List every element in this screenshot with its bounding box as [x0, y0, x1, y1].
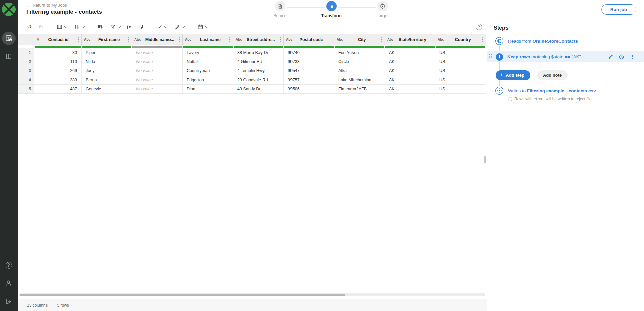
table-cell[interactable]: US: [435, 75, 486, 85]
run-job-button[interactable]: Run job: [601, 4, 636, 15]
table-cell[interactable]: Joey: [82, 66, 132, 75]
column-header-postal-code[interactable]: AbcPostal code: [284, 34, 334, 45]
table-cell[interactable]: Edgerton: [183, 75, 233, 85]
align-rows-button[interactable]: [95, 22, 105, 32]
column-menu-icon[interactable]: [178, 37, 181, 42]
table-cell[interactable]: US: [435, 48, 486, 57]
table-cell[interactable]: 38 Morro Bay Dr: [233, 48, 284, 57]
add-step-button[interactable]: + Add step: [496, 70, 530, 80]
disable-step-button[interactable]: [619, 54, 624, 60]
table-cell[interactable]: 487: [34, 85, 82, 94]
column-header-last-name[interactable]: AbcLast name: [183, 34, 233, 45]
table-cell[interactable]: No value: [132, 85, 183, 94]
table-cell[interactable]: 269: [34, 66, 82, 75]
table-cell[interactable]: Circle: [334, 57, 385, 66]
table-cell[interactable]: Nuttall: [183, 57, 233, 66]
tools-button[interactable]: [172, 22, 187, 32]
horizontal-scrollbar-thumb[interactable]: [20, 294, 345, 296]
row-number[interactable]: 5: [18, 85, 34, 94]
stepper-source[interactable]: Source: [265, 1, 295, 18]
sidebar-item-account[interactable]: [3, 278, 14, 289]
table-cell[interactable]: AK: [385, 57, 435, 66]
quality-bar-gray[interactable]: [132, 46, 182, 48]
column-menu-icon[interactable]: [77, 37, 80, 42]
quality-bar-green[interactable]: [284, 46, 334, 48]
row-number[interactable]: 2: [18, 57, 34, 66]
transform-step-row[interactable]: 1 Keep rows matching $state == "AK": [487, 51, 644, 62]
table-cell[interactable]: Nilda: [82, 57, 132, 66]
read-step-row[interactable]: Reads from OnlineStoreContacts: [487, 36, 644, 46]
horizontal-scrollbar[interactable]: [19, 293, 485, 296]
table-cell[interactable]: No value: [132, 48, 183, 57]
sidebar-item-dataset-grid[interactable]: [2, 32, 16, 45]
sidebar-item-help[interactable]: ?: [3, 260, 14, 271]
formula-button[interactable]: fx: [125, 22, 134, 32]
quality-bar-green[interactable]: [335, 46, 384, 48]
column-header-middle-name-[interactable]: AbcMiddle name...: [132, 34, 183, 45]
table-cell[interactable]: Lake Minchumina: [334, 75, 385, 85]
table-cell[interactable]: 383: [34, 75, 82, 85]
grid-help-icon[interactable]: ?: [476, 24, 482, 30]
column-menu-icon[interactable]: [330, 37, 333, 42]
table-cell[interactable]: 99740: [284, 48, 334, 57]
stepper-transform[interactable]: Transform: [316, 1, 346, 18]
quality-bar-green[interactable]: [385, 46, 435, 48]
column-menu-icon[interactable]: [228, 37, 232, 42]
table-cell[interactable]: 23 Goodvale Rd: [233, 75, 284, 85]
column-menu-icon[interactable]: [481, 37, 484, 42]
table-cell[interactable]: Genevie: [82, 85, 132, 94]
undo-icon[interactable]: ↺: [25, 22, 34, 32]
column-menu-icon[interactable]: [279, 37, 282, 42]
write-step-file-name[interactable]: Filtering example - contacts.csv: [527, 88, 596, 93]
edit-step-button[interactable]: [608, 54, 614, 60]
app-logo-icon[interactable]: [2, 3, 16, 16]
validate-button[interactable]: [154, 22, 170, 32]
schedule-button[interactable]: [195, 22, 210, 32]
table-cell[interactable]: 49 Sandy Dr: [233, 85, 284, 94]
read-step-dataset-name[interactable]: OnlineStoreContacts: [533, 39, 578, 44]
table-cell[interactable]: 99733: [284, 57, 334, 66]
table-cell[interactable]: Elmendorf AFB: [334, 85, 385, 94]
table-cell[interactable]: No value: [132, 66, 183, 75]
column-menu-icon[interactable]: [127, 37, 130, 42]
table-cell[interactable]: 99506: [284, 85, 334, 94]
column-header-first-name[interactable]: AbcFirst name: [82, 34, 132, 45]
write-step-row[interactable]: Writes to Filtering example - contacts.c…: [487, 86, 644, 95]
row-number[interactable]: 4: [18, 75, 34, 85]
column-header-state-territory[interactable]: AbcState/territory: [385, 34, 435, 45]
sidebar-item-library[interactable]: [2, 50, 16, 63]
table-cell[interactable]: Atka: [334, 66, 385, 75]
table-cell[interactable]: US: [435, 66, 486, 75]
select-columns-button[interactable]: [54, 22, 69, 32]
table-cell[interactable]: US: [435, 57, 486, 66]
quality-bar-green[interactable]: [35, 46, 81, 48]
redo-icon[interactable]: ↻: [36, 22, 45, 32]
table-cell[interactable]: 4 Gilmour Rd: [233, 57, 284, 66]
table-cell[interactable]: AK: [385, 75, 435, 85]
column-header-street-addre-[interactable]: AbcStreet addre...: [233, 34, 284, 45]
table-cell[interactable]: 4 Templin Hwy: [233, 66, 284, 75]
table-cell[interactable]: AK: [385, 66, 435, 75]
quality-bar-green[interactable]: [82, 46, 131, 48]
sidebar-item-signout[interactable]: [3, 296, 14, 307]
add-note-button[interactable]: Add note: [537, 70, 568, 80]
table-cell[interactable]: No value: [132, 57, 183, 66]
table-cell[interactable]: Piper: [82, 48, 132, 57]
table-cell[interactable]: 110: [34, 57, 82, 66]
row-number[interactable]: 3: [18, 66, 34, 75]
stepper-target[interactable]: Target: [367, 1, 398, 18]
column-menu-icon[interactable]: [380, 37, 383, 42]
quality-bar-green[interactable]: [183, 46, 233, 48]
quality-bar-green[interactable]: [234, 46, 283, 48]
table-cell[interactable]: Countryman: [183, 66, 233, 75]
column-header-country[interactable]: AbcCountry: [435, 34, 486, 45]
return-to-jobs-link[interactable]: ← Return to My Jobs: [26, 3, 67, 8]
column-header-contact-id[interactable]: #Contact id: [34, 34, 82, 45]
column-menu-icon[interactable]: [431, 37, 434, 42]
table-cell[interactable]: Berna: [82, 75, 132, 85]
table-cell[interactable]: 99757: [284, 75, 334, 85]
filter-button[interactable]: [108, 22, 123, 32]
drag-handle-icon[interactable]: [489, 54, 492, 59]
table-cell[interactable]: Dion: [183, 85, 233, 94]
sort-rows-button[interactable]: [71, 22, 87, 32]
